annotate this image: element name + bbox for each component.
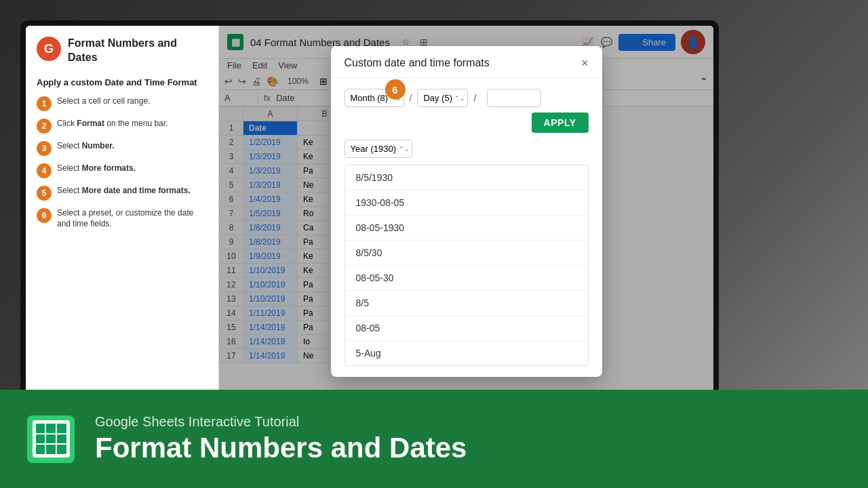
step-item-5: 5 Select More date and time formats. <box>37 185 208 201</box>
gumball-logo: G <box>37 37 61 61</box>
modal-overlay[interactable]: Custom date and time formats × 6 Month (… <box>219 26 713 394</box>
step-item-2: 2 Click Format on the menu bar. <box>37 118 208 134</box>
modal-title: Custom date and time formats <box>344 57 490 69</box>
step-number-3: 3 <box>37 141 52 156</box>
sep-2: / <box>473 93 476 104</box>
format-option-6[interactable]: 8/5 <box>345 291 588 316</box>
format-controls: Month (8) / Day (5) / <box>344 89 589 133</box>
logo-cell <box>36 445 45 454</box>
instruction-title: Apply a custom Date and Time Format <box>37 77 208 87</box>
year-controls: Year (1930) <box>344 140 589 158</box>
extra-select[interactable] <box>487 89 541 107</box>
logo-cell <box>57 434 66 444</box>
logo-cell <box>36 434 45 444</box>
logo-cell <box>46 424 56 433</box>
panel-title: Format Numbers and Dates <box>68 37 208 65</box>
modal-header: Custom date and time formats × <box>331 46 602 78</box>
step-list: 1 Select a cell or cell range. 2 Click F… <box>37 96 208 230</box>
bottom-bar: Google Sheets Interactive Tutorial Forma… <box>0 390 868 488</box>
step-text-6: Select a preset, or customize the date a… <box>57 207 208 230</box>
year-select-wrapper: Year (1930) <box>344 140 412 158</box>
step-text-3: Select Number. <box>57 140 115 152</box>
bottom-logo <box>27 415 75 463</box>
format-option-5[interactable]: 08-05-30 <box>345 266 588 291</box>
sheets-logo-grid <box>33 420 70 458</box>
format-option-3[interactable]: 08-05-1930 <box>345 216 588 241</box>
format-list[interactable]: 8/5/1930 1930-08-05 08-05-1930 8/5/30 08… <box>344 165 589 366</box>
step-number-5: 5 <box>37 186 52 201</box>
step-text-5: Select More date and time formats. <box>57 185 191 197</box>
step-number-1: 1 <box>37 96 52 111</box>
step-text-4: Select More formats. <box>57 163 136 174</box>
year-select[interactable]: Year (1930) <box>344 140 412 158</box>
step-item-6: 6 Select a preset, or customize the date… <box>37 207 208 230</box>
monitor-frame: G Format Numbers and Dates Apply a custo… <box>20 20 719 400</box>
step-number-6: 6 <box>37 208 52 223</box>
format-option-7[interactable]: 08-05 <box>345 316 588 341</box>
close-button[interactable]: × <box>581 57 589 69</box>
step-text-1: Select a cell or cell range. <box>57 96 150 107</box>
logo-cell <box>36 424 45 433</box>
bottom-main-title: Format Numbers and Dates <box>95 432 467 464</box>
format-option-1[interactable]: 8/5/1930 <box>345 165 588 190</box>
panel-header: G Format Numbers and Dates <box>37 37 208 65</box>
step-item-1: 1 Select a cell or cell range. <box>37 96 208 111</box>
step-number-4: 4 <box>37 163 52 178</box>
custom-format-modal: Custom date and time formats × 6 Month (… <box>331 46 602 377</box>
monitor-screen: G Format Numbers and Dates Apply a custo… <box>26 26 713 394</box>
step-badge-6: 6 <box>385 79 406 100</box>
day-select-wrapper: Day (5) <box>417 89 468 107</box>
spreadsheet-area: ▦ 04 Format Numbers and Dates ☆ ⊞ 📈 💬 👤 … <box>219 26 713 394</box>
day-select[interactable]: Day (5) <box>417 89 468 107</box>
logo-cell <box>46 445 56 454</box>
modal-body: 6 Month (8) / Day (5) <box>331 78 602 377</box>
step-text-2: Click Format on the menu bar. <box>57 118 167 129</box>
step-item-4: 4 Select More formats. <box>37 163 208 178</box>
sep-1: / <box>410 93 412 104</box>
logo-cell <box>46 434 56 444</box>
bottom-text: Google Sheets Interactive Tutorial Forma… <box>95 414 467 464</box>
bottom-subtitle: Google Sheets Interactive Tutorial <box>95 414 467 430</box>
logo-cell <box>57 424 66 433</box>
step-item-3: 3 Select Number. <box>37 140 208 156</box>
format-option-8[interactable]: 5-Aug <box>345 341 588 365</box>
left-panel: G Format Numbers and Dates Apply a custo… <box>26 26 219 394</box>
format-option-4[interactable]: 8/5/30 <box>345 241 588 266</box>
step-number-2: 2 <box>37 119 52 134</box>
format-option-2[interactable]: 1930-08-05 <box>345 190 588 216</box>
logo-cell <box>57 445 66 454</box>
apply-button[interactable]: Apply <box>532 113 589 133</box>
